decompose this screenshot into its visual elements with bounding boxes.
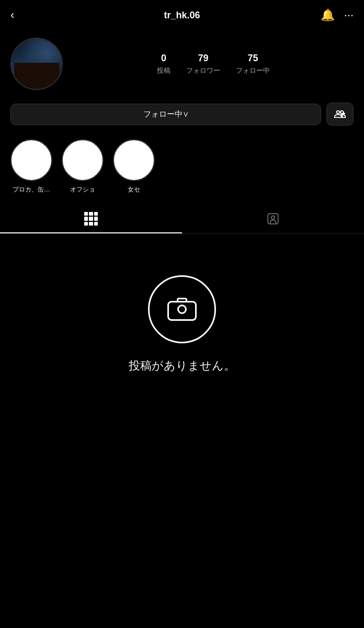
notification-bell-icon[interactable]: 🔔 (321, 8, 335, 22)
posts-stat: 0 投稿 (157, 53, 170, 75)
highlight-label-2: オフショ (70, 185, 95, 194)
header-left: ‹ (10, 8, 14, 22)
highlight-item-2[interactable]: オフショ (62, 139, 104, 194)
following-label: フォロー中 (236, 66, 270, 75)
posts-label: 投稿 (157, 66, 170, 75)
add-person-button[interactable] (326, 103, 354, 126)
followers-label: フォロワー (186, 66, 220, 75)
back-button[interactable]: ‹ (10, 8, 14, 22)
stats-container: 0 投稿 79 フォロワー 75 フォロー中 (73, 53, 354, 75)
more-options-icon[interactable]: ··· (344, 8, 354, 22)
header-right: 🔔 ··· (321, 8, 354, 22)
camera-body (167, 301, 197, 321)
highlights-row: プロカ、缶… オフショ 女セ (0, 133, 364, 205)
highlight-label-1: プロカ、缶… (13, 185, 50, 194)
highlight-label-3: 女セ (128, 185, 140, 194)
empty-state: 投稿がありません。 (0, 233, 364, 395)
avatar[interactable] (10, 38, 63, 90)
profile-section: 0 投稿 79 フォロワー 75 フォロー中 (0, 27, 364, 95)
header: ‹ tr_hk.06 🔔 ··· (0, 0, 364, 27)
svg-rect-2 (268, 214, 278, 224)
highlight-item-1[interactable]: プロカ、缶… (10, 139, 52, 194)
camera-lens (177, 305, 187, 314)
followers-stat[interactable]: 79 フォロワー (186, 53, 220, 75)
camera-icon (167, 298, 197, 321)
tab-bar (0, 205, 364, 233)
svg-point-3 (271, 216, 275, 220)
highlight-item-3[interactable]: 女セ (113, 139, 155, 194)
tagged-icon (266, 212, 280, 226)
empty-message: 投稿がありません。 (129, 358, 235, 374)
highlight-circle-3 (113, 139, 155, 181)
follow-button[interactable]: フォロー中∨ (10, 104, 321, 125)
camera-circle (148, 275, 216, 343)
followers-count: 79 (198, 53, 208, 64)
following-stat[interactable]: 75 フォロー中 (236, 53, 270, 75)
following-count: 75 (247, 53, 258, 64)
action-row: フォロー中∨ (0, 95, 364, 133)
username-title: tr_hk.06 (164, 10, 200, 21)
posts-count: 0 (161, 53, 166, 64)
highlight-circle-1 (10, 139, 52, 181)
add-person-icon (334, 108, 346, 120)
avatar-image (12, 39, 62, 89)
tab-tagged[interactable] (182, 205, 364, 233)
tab-grid[interactable] (0, 205, 182, 233)
highlight-circle-2 (62, 139, 104, 181)
grid-icon (84, 212, 98, 226)
